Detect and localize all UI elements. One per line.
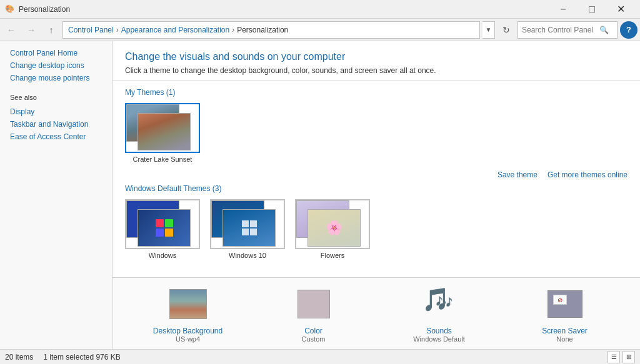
themes-actions: Save theme Get more themes online bbox=[125, 168, 628, 184]
theme-thumbnail-flowers: 🌸 bbox=[295, 199, 370, 249]
path-sep-2: › bbox=[232, 26, 234, 34]
bottom-item-sounds[interactable]: 🎵 🎶 Sounds Windows Default bbox=[402, 284, 477, 343]
close-button[interactable]: ✕ bbox=[606, 0, 635, 19]
address-path[interactable]: Control Panel › Appearance and Personali… bbox=[62, 21, 480, 39]
forward-button[interactable]: → bbox=[22, 21, 40, 39]
bottom-item-color[interactable]: Color Custom bbox=[276, 284, 351, 343]
status-bar: 20 items 1 item selected 976 KB ☰ ⊞ bbox=[0, 349, 640, 364]
list-view-button[interactable]: ☰ bbox=[608, 351, 620, 363]
color-icon bbox=[294, 284, 334, 324]
main-layout: Control Panel Home Change desktop icons … bbox=[0, 41, 640, 349]
get-more-themes-link[interactable]: Get more themes online bbox=[548, 170, 628, 179]
view-controls: ☰ ⊞ bbox=[608, 351, 635, 363]
content-title: Change the visuals and sounds on your co… bbox=[125, 51, 628, 62]
theme-label-windows: Windows bbox=[149, 252, 177, 259]
sidebar-desktop-icons-link[interactable]: Change desktop icons bbox=[10, 61, 102, 70]
theme-thumbnail-windows10 bbox=[210, 199, 285, 249]
app-icon: 🎨 bbox=[5, 4, 15, 14]
window-title: Personalization bbox=[19, 5, 70, 14]
address-bar: ← → ↑ Control Panel › Appearance and Per… bbox=[0, 19, 640, 41]
desktop-bg-name: Desktop Background bbox=[153, 327, 222, 335]
content-description: Click a theme to change the desktop back… bbox=[125, 66, 628, 75]
theme-label-crater-lake: Crater Lake Sunset bbox=[133, 155, 192, 163]
color-value: Custom bbox=[302, 335, 326, 343]
path-segment-1[interactable]: Control Panel bbox=[68, 26, 114, 34]
sidebar-home-link[interactable]: Control Panel Home bbox=[10, 49, 102, 57]
address-dropdown[interactable]: ▼ bbox=[482, 21, 495, 39]
bottom-panel: Desktop Background US-wp4 Color Custom 🎵… bbox=[112, 277, 640, 349]
screensaver-name: Screen Saver bbox=[542, 327, 588, 335]
content-area: Change the visuals and sounds on your co… bbox=[112, 41, 640, 349]
theme-item-windows10[interactable]: Windows 10 bbox=[210, 199, 285, 259]
minimize-button[interactable]: − bbox=[549, 0, 578, 19]
theme-thumbnail-windows bbox=[125, 199, 200, 249]
search-input[interactable] bbox=[522, 26, 597, 34]
sidebar-display-link[interactable]: Display bbox=[10, 107, 102, 116]
sounds-value: Windows Default bbox=[413, 335, 465, 343]
theme-label-flowers: Flowers bbox=[321, 252, 345, 259]
back-button[interactable]: ← bbox=[2, 21, 20, 39]
see-also-label: See also bbox=[10, 94, 102, 101]
path-sep-1: › bbox=[116, 26, 119, 34]
windows-themes-grid: Windows bbox=[125, 199, 628, 259]
screensaver-value: None bbox=[556, 335, 572, 343]
refresh-button[interactable]: ↻ bbox=[498, 21, 515, 39]
bottom-item-desktop-bg[interactable]: Desktop Background US-wp4 bbox=[151, 284, 226, 343]
title-bar: 🎨 Personalization − □ ✕ bbox=[0, 0, 640, 19]
help-button[interactable]: ? bbox=[620, 21, 638, 39]
theme-item-crater-lake[interactable]: Crater Lake Sunset bbox=[125, 103, 200, 163]
window-controls: − □ ✕ bbox=[549, 0, 635, 19]
desktop-bg-value: US-wp4 bbox=[176, 335, 200, 343]
sounds-icon: 🎵 🎶 bbox=[419, 284, 459, 324]
desktop-bg-icon bbox=[168, 284, 208, 324]
theme-item-windows[interactable]: Windows bbox=[125, 199, 200, 259]
sidebar-mouse-pointers-link[interactable]: Change mouse pointers bbox=[10, 74, 102, 82]
search-box: 🔍 bbox=[518, 21, 618, 39]
item-count: 20 items bbox=[5, 353, 33, 362]
sounds-name: Sounds bbox=[426, 327, 452, 335]
content-header: Change the visuals and sounds on your co… bbox=[112, 41, 640, 81]
search-icon: 🔍 bbox=[599, 26, 609, 34]
color-name: Color bbox=[304, 327, 322, 335]
maximize-button[interactable]: □ bbox=[578, 0, 606, 19]
sidebar: Control Panel Home Change desktop icons … bbox=[0, 41, 112, 349]
theme-item-flowers[interactable]: 🌸 Flowers bbox=[295, 199, 370, 259]
selection-info: 1 item selected 976 KB bbox=[43, 353, 120, 362]
sidebar-ease-link[interactable]: Ease of Access Center bbox=[10, 132, 102, 141]
up-button[interactable]: ↑ bbox=[42, 21, 60, 39]
themes-scroll-area: My Themes (1) Crater Lake Sunset Save th… bbox=[112, 81, 640, 277]
save-theme-link[interactable]: Save theme bbox=[498, 170, 538, 179]
windows-themes-label: Windows Default Themes (3) bbox=[125, 184, 628, 193]
path-segment-2[interactable]: Appearance and Personalization bbox=[121, 26, 229, 34]
themes-content: My Themes (1) Crater Lake Sunset Save th… bbox=[112, 81, 640, 277]
theme-label-windows10: Windows 10 bbox=[229, 252, 266, 259]
screensaver-icon: ⊘ bbox=[545, 284, 585, 324]
my-themes-grid: Crater Lake Sunset bbox=[125, 103, 628, 163]
theme-thumbnail-crater-lake bbox=[125, 103, 200, 153]
bottom-item-screensaver[interactable]: ⊘ Screen Saver None bbox=[528, 284, 602, 343]
path-current: Personalization bbox=[237, 26, 288, 34]
my-themes-label: My Themes (1) bbox=[125, 88, 628, 97]
sidebar-taskbar-link[interactable]: Taskbar and Navigation bbox=[10, 120, 102, 129]
grid-view-button[interactable]: ⊞ bbox=[622, 351, 635, 363]
